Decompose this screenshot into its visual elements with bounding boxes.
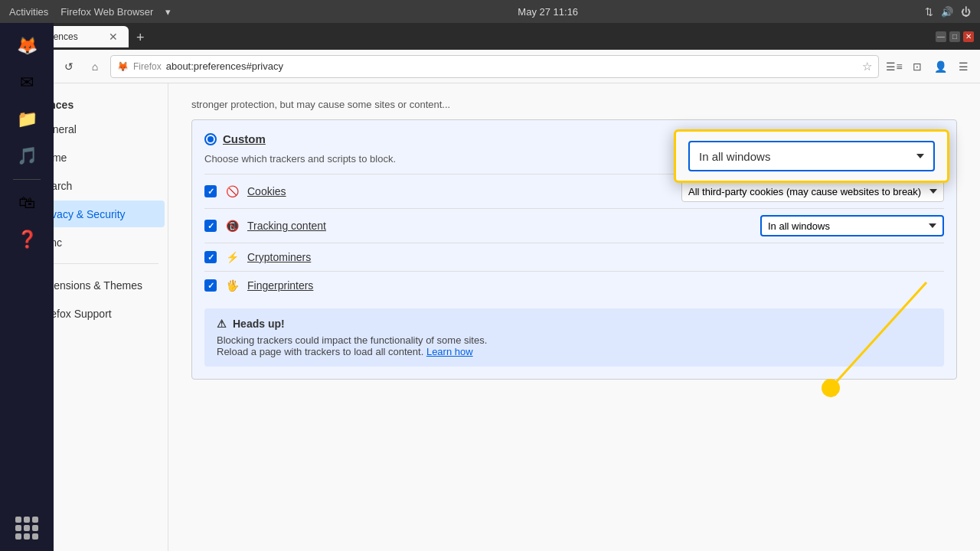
os-topbar-left: Activities Firefox Web Browser ▾ bbox=[9, 6, 171, 18]
url-favicon: 🦊 bbox=[117, 61, 129, 72]
reader-view-button[interactable]: ⊡ bbox=[906, 56, 928, 77]
cookies-label: Cookies bbox=[247, 185, 286, 197]
reload-button[interactable]: ↺ bbox=[58, 56, 80, 77]
os-topbar-center: May 27 11:16 bbox=[518, 6, 578, 18]
url-prefix: Firefox bbox=[133, 61, 162, 72]
dock-apps-button[interactable] bbox=[10, 511, 44, 545]
tracker-row-tracking: 📵 Tracking content In all windows bbox=[204, 208, 944, 243]
dock-icon-help[interactable]: ❓ bbox=[10, 223, 44, 256]
dock-icon-store[interactable]: 🛍 bbox=[10, 186, 44, 220]
heads-up-box: ⚠ Heads up! Blocking trackers could impa… bbox=[204, 308, 944, 367]
tab-close-button[interactable]: ✕ bbox=[107, 31, 119, 43]
custom-section: Custom Choose which trackers and scripts… bbox=[191, 119, 957, 380]
custom-label: Custom bbox=[223, 132, 266, 145]
maximize-button[interactable]: □ bbox=[949, 31, 960, 42]
dock-icon-files[interactable]: 📁 bbox=[10, 103, 44, 136]
close-button[interactable]: ✕ bbox=[963, 31, 974, 42]
nav-bar: ◂ ▸ ↺ ⌂ 🦊 Firefox about:preferences#priv… bbox=[0, 50, 980, 83]
os-topbar-right: ⇅ 🔊 ⏻ bbox=[925, 6, 971, 18]
tracking-label: Tracking content bbox=[247, 220, 326, 232]
sidebar-item-label: Extensions & Themes bbox=[38, 279, 142, 292]
custom-radio[interactable] bbox=[204, 133, 217, 145]
sidebar-toggle-button[interactable]: ☰≡ bbox=[884, 56, 905, 77]
dock-icon-mail[interactable]: ✉ bbox=[10, 66, 44, 99]
account-button[interactable]: 👤 bbox=[929, 56, 951, 77]
learn-how-link[interactable]: Learn how bbox=[426, 346, 473, 357]
tracker-row-cookies: 🚫 Cookies All third-party cookies (may c… bbox=[204, 174, 944, 208]
fingerprinters-checkbox[interactable] bbox=[204, 279, 217, 292]
fingerprinters-label: Fingerprinters bbox=[247, 279, 313, 292]
url-text[interactable]: about:preferences#privacy bbox=[166, 60, 858, 72]
top-description-text: stronger protection, but may cause some … bbox=[191, 99, 957, 110]
menu-button[interactable]: ☰ bbox=[952, 56, 974, 77]
tracking-checkbox[interactable] bbox=[204, 220, 217, 232]
tracking-select[interactable]: In all windows bbox=[760, 215, 944, 236]
cookies-icon: 🚫 bbox=[224, 184, 240, 199]
dock-icon-music[interactable]: 🎵 bbox=[10, 139, 44, 173]
volume-icon[interactable]: 🔊 bbox=[941, 6, 953, 18]
window-controls: — □ ✕ bbox=[936, 31, 974, 42]
minimize-button[interactable]: — bbox=[936, 31, 946, 42]
title-bar: ⚙ Preferences ✕ + — □ ✕ bbox=[0, 23, 980, 50]
os-topbar: Activities Firefox Web Browser ▾ May 27 … bbox=[0, 0, 980, 23]
nav-tools: ☰≡ ⊡ 👤 ☰ bbox=[884, 56, 974, 77]
tracker-row-fingerprinters: 🖐 Fingerprinters bbox=[204, 271, 944, 299]
fingerprinters-icon: 🖐 bbox=[224, 278, 240, 293]
network-icon: ⇅ bbox=[925, 6, 933, 18]
tracking-icon: 📵 bbox=[224, 218, 240, 233]
warning-icon: ⚠ bbox=[217, 318, 227, 330]
heads-up-title: ⚠ Heads up! bbox=[217, 318, 932, 330]
app-name-label: Firefox Web Browser bbox=[60, 6, 153, 18]
datetime-label: May 27 11:16 bbox=[518, 6, 578, 18]
dropdown-chevron[interactable]: ▾ bbox=[165, 6, 171, 18]
url-bar[interactable]: 🦊 Firefox about:preferences#privacy ☆ bbox=[110, 55, 879, 78]
content-area: stronger protection, but may cause some … bbox=[168, 83, 980, 551]
heads-up-body: Blocking trackers could impact the funct… bbox=[217, 334, 932, 357]
tab-bar: ⚙ Preferences ✕ + bbox=[6, 26, 929, 47]
new-tab-button[interactable]: + bbox=[130, 30, 151, 46]
home-button[interactable]: ⌂ bbox=[84, 56, 106, 77]
custom-header: Custom bbox=[204, 132, 944, 145]
bookmark-star-icon[interactable]: ☆ bbox=[862, 60, 872, 73]
cryptominers-checkbox[interactable] bbox=[204, 251, 217, 263]
custom-description: Choose which trackers and scripts to blo… bbox=[204, 153, 944, 165]
cookies-select[interactable]: All third-party cookies (may cause websi… bbox=[681, 181, 944, 202]
dock-divider bbox=[13, 179, 41, 180]
cookies-checkbox[interactable] bbox=[204, 185, 217, 197]
browser-window: ⚙ Preferences ✕ + — □ ✕ ◂ ▸ ↺ ⌂ 🦊 Firefo… bbox=[0, 23, 980, 551]
dock-icon-firefox[interactable]: 🦊 bbox=[10, 29, 44, 63]
activities-label[interactable]: Activities bbox=[9, 6, 48, 18]
tracker-row-cryptominers: ⚡ Cryptominers bbox=[204, 243, 944, 271]
heads-up-label: Heads up! bbox=[233, 318, 285, 330]
main-content: Preferences ⚙ General 🏠 Home 🔍 Search 🔒 … bbox=[0, 83, 980, 551]
cryptominers-label: Cryptominers bbox=[247, 251, 311, 263]
power-icon[interactable]: ⏻ bbox=[961, 6, 971, 18]
os-dock: 🦊 ✉ 📁 🎵 🛍 ❓ bbox=[0, 23, 54, 551]
cryptominers-icon: ⚡ bbox=[224, 249, 240, 265]
